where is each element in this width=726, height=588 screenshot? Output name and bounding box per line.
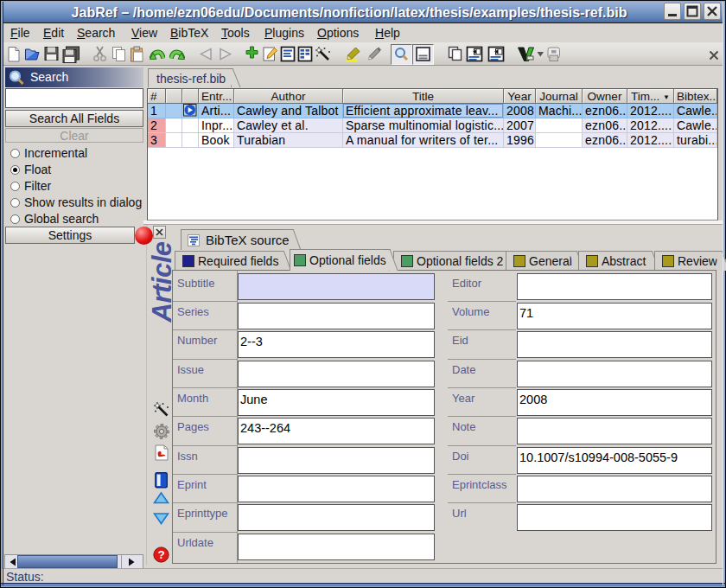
svg-text:?: ? — [157, 548, 164, 561]
